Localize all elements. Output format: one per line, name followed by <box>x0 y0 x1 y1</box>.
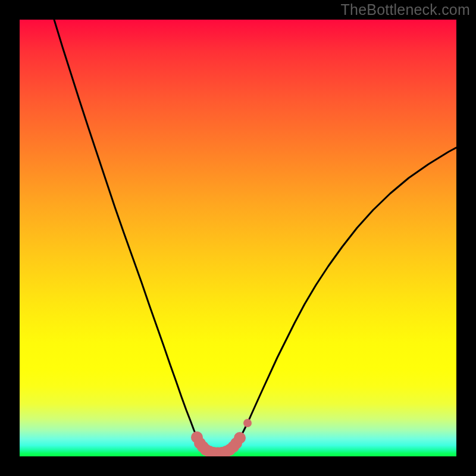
outer-frame: TheBottleneck.com <box>0 0 476 476</box>
plot-area <box>20 20 456 456</box>
marker-dot <box>234 432 246 444</box>
chart-svg <box>20 20 456 456</box>
marker-dot-extra <box>243 419 252 427</box>
optimal-range-markers <box>191 419 252 456</box>
watermark-text: TheBottleneck.com <box>341 1 470 18</box>
bottleneck-curve <box>54 20 456 453</box>
